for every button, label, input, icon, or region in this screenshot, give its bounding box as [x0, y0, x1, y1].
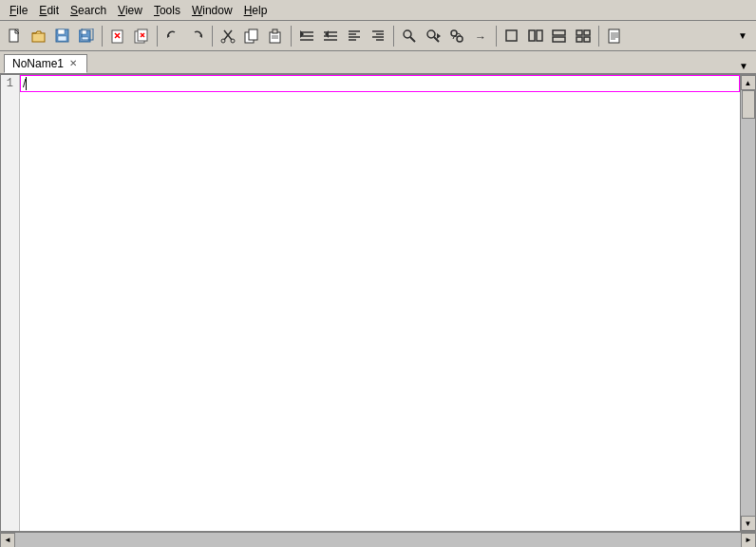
- svg-rect-25: [273, 29, 277, 33]
- svg-rect-59: [576, 37, 582, 42]
- svg-rect-23: [249, 29, 257, 40]
- svg-point-50: [457, 36, 463, 42]
- toolbar: → ▼: [0, 21, 756, 51]
- tab-label: NoName1: [12, 57, 64, 70]
- menu-edit[interactable]: Edit: [33, 3, 65, 18]
- save-all-button[interactable]: [75, 25, 98, 47]
- separator-2: [157, 26, 158, 47]
- separator-3: [212, 26, 213, 47]
- svg-rect-52: [506, 30, 517, 41]
- menu-view[interactable]: View: [112, 3, 148, 18]
- svg-text:→: →: [475, 30, 486, 44]
- find-next-button[interactable]: [422, 25, 444, 47]
- paste-button[interactable]: [264, 25, 287, 47]
- separator-7: [598, 26, 599, 47]
- editor-area: 1 / ▲ ▼: [0, 74, 756, 532]
- editor-content[interactable]: /: [20, 75, 740, 531]
- scroll-thumb[interactable]: [742, 90, 755, 119]
- svg-rect-57: [576, 30, 582, 35]
- replace-button[interactable]: [445, 25, 468, 47]
- svg-line-45: [410, 37, 415, 42]
- docview-button[interactable]: [603, 25, 626, 47]
- close-all-button[interactable]: [130, 25, 153, 47]
- svg-marker-35: [325, 30, 329, 38]
- svg-rect-54: [537, 30, 542, 41]
- text-cursor: [26, 77, 27, 90]
- svg-rect-3: [58, 29, 65, 34]
- svg-rect-53: [529, 30, 535, 41]
- tab-noname1[interactable]: NoName1 ✕: [4, 54, 87, 73]
- svg-rect-58: [584, 30, 590, 35]
- separator-6: [496, 26, 497, 47]
- undo-button[interactable]: [161, 25, 184, 47]
- scroll-left-button[interactable]: ◄: [0, 533, 15, 548]
- svg-rect-4: [58, 36, 66, 41]
- menu-help[interactable]: Help: [238, 3, 274, 18]
- tabbar: NoName1 ✕ ▼: [0, 51, 756, 74]
- find-button[interactable]: [398, 25, 421, 47]
- menu-window[interactable]: Window: [186, 3, 238, 18]
- svg-rect-60: [584, 37, 590, 42]
- scroll-track[interactable]: [741, 90, 755, 516]
- separator-5: [393, 26, 394, 47]
- align-right-button[interactable]: [367, 25, 389, 47]
- tab-close-button[interactable]: ✕: [67, 58, 79, 69]
- menubar: File Edit Search View Tools Window Help: [0, 0, 756, 21]
- svg-rect-55: [553, 30, 565, 35]
- toolbar-overflow-arrow[interactable]: ▼: [733, 25, 752, 47]
- indent-button[interactable]: [295, 25, 318, 47]
- separator-4: [291, 26, 292, 47]
- new-button[interactable]: [4, 25, 27, 47]
- outdent-button[interactable]: [319, 25, 342, 47]
- redo-button[interactable]: [185, 25, 208, 47]
- svg-marker-48: [437, 33, 441, 39]
- goto-button[interactable]: →: [469, 25, 492, 47]
- svg-rect-1: [32, 33, 45, 42]
- save-button[interactable]: [51, 25, 74, 47]
- align-left-button[interactable]: [343, 25, 366, 47]
- scroll-down-button[interactable]: ▼: [741, 516, 756, 531]
- horizontal-scrollbar-area: ◄ ►: [0, 532, 756, 547]
- view1-button[interactable]: [501, 25, 523, 47]
- line-number-1: 1: [7, 75, 15, 92]
- svg-marker-31: [300, 30, 304, 38]
- copy-button[interactable]: [240, 25, 263, 47]
- tabbar-dropdown-arrow[interactable]: ▼: [735, 59, 752, 73]
- menu-search[interactable]: Search: [65, 3, 112, 18]
- separator-1: [102, 26, 103, 47]
- menu-tools[interactable]: Tools: [148, 3, 186, 18]
- svg-rect-56: [553, 37, 565, 42]
- view4-button[interactable]: [572, 25, 595, 47]
- close-button[interactable]: [106, 25, 129, 47]
- cut-button[interactable]: [217, 25, 239, 47]
- hscroll-track[interactable]: [15, 533, 741, 547]
- svg-point-20: [221, 39, 225, 43]
- open-button[interactable]: [28, 25, 50, 47]
- view3-button[interactable]: [548, 25, 571, 47]
- scroll-up-button[interactable]: ▲: [741, 75, 756, 90]
- line-numbers-gutter: 1: [1, 75, 20, 531]
- view2-button[interactable]: [524, 25, 547, 47]
- svg-point-46: [427, 30, 435, 38]
- svg-point-49: [451, 30, 457, 36]
- svg-rect-61: [609, 29, 619, 43]
- svg-point-44: [404, 30, 411, 38]
- vertical-scrollbar: ▲ ▼: [740, 75, 755, 531]
- menu-file[interactable]: File: [4, 3, 33, 18]
- svg-point-21: [231, 39, 235, 43]
- editor-line-1[interactable]: /: [20, 75, 740, 92]
- scroll-right-button[interactable]: ►: [741, 533, 756, 548]
